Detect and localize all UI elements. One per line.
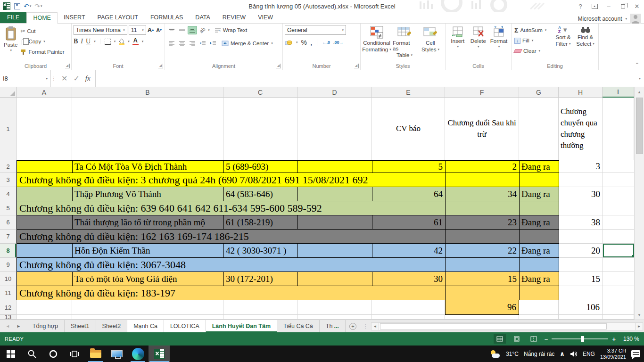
- cell-F5[interactable]: [446, 201, 520, 215]
- row-header-5[interactable]: 5: [0, 201, 17, 215]
- decrease-indent-button[interactable]: [198, 39, 207, 48]
- font-name-select[interactable]: Times New Roma▾: [74, 25, 127, 35]
- cell-I4[interactable]: [603, 187, 634, 201]
- tab-data[interactable]: DATA: [189, 12, 216, 23]
- vertical-scroll-thumb[interactable]: [636, 98, 643, 154]
- cell-A4[interactable]: [17, 187, 73, 201]
- cell-B4[interactable]: Thập Phương Võ Thánh: [73, 187, 224, 201]
- task-view-button[interactable]: [64, 346, 85, 362]
- cell-B12[interactable]: [72, 300, 223, 315]
- cell-C6[interactable]: 61 (158-219): [224, 215, 298, 230]
- zoom-out-button[interactable]: −: [545, 336, 548, 343]
- cell-G5[interactable]: [520, 201, 559, 215]
- scroll-right-icon[interactable]: ►: [635, 322, 643, 330]
- tray-expand-icon[interactable]: ∧: [560, 350, 565, 357]
- pc-button[interactable]: [106, 346, 127, 362]
- cell-I7[interactable]: [603, 230, 634, 244]
- horizontal-scrollbar[interactable]: ◄ ►: [371, 322, 643, 330]
- italic-button[interactable]: I: [81, 38, 83, 45]
- clear-button[interactable]: Clear▾: [513, 46, 552, 56]
- cell-E10[interactable]: 30: [372, 272, 446, 286]
- cell-A13[interactable]: [17, 315, 72, 320]
- cell-H4[interactable]: 30: [559, 187, 603, 201]
- page-layout-view-button[interactable]: [511, 334, 523, 344]
- band-text-3[interactable]: Chương không đủ điều kiện: 3 chương quá …: [17, 173, 446, 187]
- align-left-button[interactable]: [167, 39, 176, 48]
- cell-E13[interactable]: [372, 315, 445, 320]
- col-header-E[interactable]: E: [372, 87, 445, 98]
- insert-function-button[interactable]: fx: [85, 74, 91, 82]
- col-header-H[interactable]: H: [559, 87, 603, 98]
- new-sheet-button[interactable]: +: [346, 320, 360, 332]
- cortana-button[interactable]: [42, 346, 64, 362]
- format-as-table-button[interactable]: Format as Table▾: [391, 25, 418, 62]
- band-text-9[interactable]: Chương không đủ điều kiện: 3067-3048: [17, 258, 446, 272]
- format-cells-button[interactable]: Format▾: [488, 25, 509, 62]
- cell-H12[interactable]: 106: [559, 300, 603, 315]
- col-header-I[interactable]: I: [603, 87, 634, 98]
- scroll-down-icon[interactable]: ▼: [635, 310, 644, 320]
- font-size-select[interactable]: 11▾: [129, 25, 146, 35]
- sheet-tab-mạnh-ca[interactable]: Mạnh Ca: [127, 320, 164, 332]
- normal-view-button[interactable]: [494, 334, 506, 344]
- zoom-slider-thumb[interactable]: [581, 336, 584, 342]
- cell-I9[interactable]: [603, 258, 634, 272]
- speaker-icon[interactable]: [570, 351, 578, 357]
- help-button[interactable]: ?: [573, 1, 587, 11]
- notification-center-icon[interactable]: [631, 350, 640, 357]
- row-header-3[interactable]: 3: [0, 173, 17, 187]
- fill-color-button[interactable]: [118, 38, 124, 45]
- scroll-up-icon[interactable]: ▲: [635, 87, 644, 97]
- cell-C8[interactable]: 42 ( 3030-3071 ): [224, 244, 298, 258]
- excel-taskbar-button[interactable]: [149, 346, 170, 362]
- cell-G3[interactable]: [520, 173, 559, 187]
- cell-A1[interactable]: [17, 98, 72, 160]
- save-button[interactable]: [14, 3, 20, 9]
- cell-F4[interactable]: 34: [446, 187, 520, 201]
- tab-file[interactable]: FILE: [0, 12, 26, 23]
- decrease-font-button[interactable]: A▼: [156, 27, 163, 33]
- col-header-B[interactable]: B: [72, 87, 223, 98]
- taskbar-weather[interactable]: Nắng rải rác: [524, 351, 554, 357]
- align-right-button[interactable]: [188, 39, 197, 48]
- cell-C2[interactable]: 5 (689-693): [224, 161, 298, 173]
- avatar[interactable]: [630, 14, 641, 24]
- cell-C12[interactable]: [223, 300, 297, 315]
- cell-E8[interactable]: 42: [372, 244, 446, 258]
- row-header-7[interactable]: 7: [0, 230, 17, 244]
- sheet-tab-lolotica[interactable]: LOLOTICA: [164, 320, 206, 332]
- cell-E6[interactable]: 61: [372, 215, 446, 230]
- cell-F1[interactable]: Chương đuổi Sau khi trừ: [445, 98, 519, 160]
- delete-cells-button[interactable]: Delete▾: [468, 25, 489, 62]
- cell-E12[interactable]: [372, 300, 445, 315]
- accounting-format-button[interactable]: [285, 40, 292, 46]
- vertical-scrollbar[interactable]: ▲ ▼: [634, 87, 644, 320]
- cell-H1[interactable]: Chương chuyển qua chương thường: [559, 98, 603, 160]
- cell-B2[interactable]: Ta Có Một Tòa Vô Địch Thành: [73, 161, 224, 173]
- enter-button[interactable]: ✓: [73, 74, 79, 83]
- cell-E4[interactable]: 64: [372, 187, 446, 201]
- col-header-A[interactable]: A: [17, 87, 72, 98]
- cell-G11[interactable]: [520, 286, 559, 300]
- sheet-tab-sheet2[interactable]: Sheet2: [96, 320, 128, 332]
- ribbon-display-options-button[interactable]: ▴: [587, 1, 602, 11]
- sheet-tab-sheet1[interactable]: Sheet1: [65, 320, 96, 332]
- cell-H6[interactable]: 38: [559, 215, 603, 230]
- minimize-button[interactable]: –: [602, 1, 616, 11]
- cell-H3[interactable]: [559, 173, 603, 187]
- horizontal-scroll-thumb[interactable]: [380, 323, 607, 329]
- bold-button[interactable]: B: [74, 38, 78, 45]
- sort-filter-button[interactable]: AZ ▼ Sort & Filter▾: [552, 25, 574, 62]
- cell-I13[interactable]: [603, 315, 634, 320]
- cell-A6[interactable]: [17, 215, 73, 230]
- page-break-view-button[interactable]: [528, 334, 540, 344]
- tab-formulas[interactable]: FORMULAS: [144, 12, 189, 23]
- cell-D1[interactable]: [297, 98, 372, 160]
- cell-D10[interactable]: [298, 272, 372, 286]
- col-header-C[interactable]: C: [223, 87, 297, 98]
- tab-home[interactable]: HOME: [26, 12, 58, 24]
- cell-F8[interactable]: 22: [446, 244, 520, 258]
- increase-decimal-button[interactable]: ←.0: [322, 41, 330, 45]
- cell-G6[interactable]: Đang ra: [520, 215, 559, 230]
- cell-D13[interactable]: [297, 315, 372, 320]
